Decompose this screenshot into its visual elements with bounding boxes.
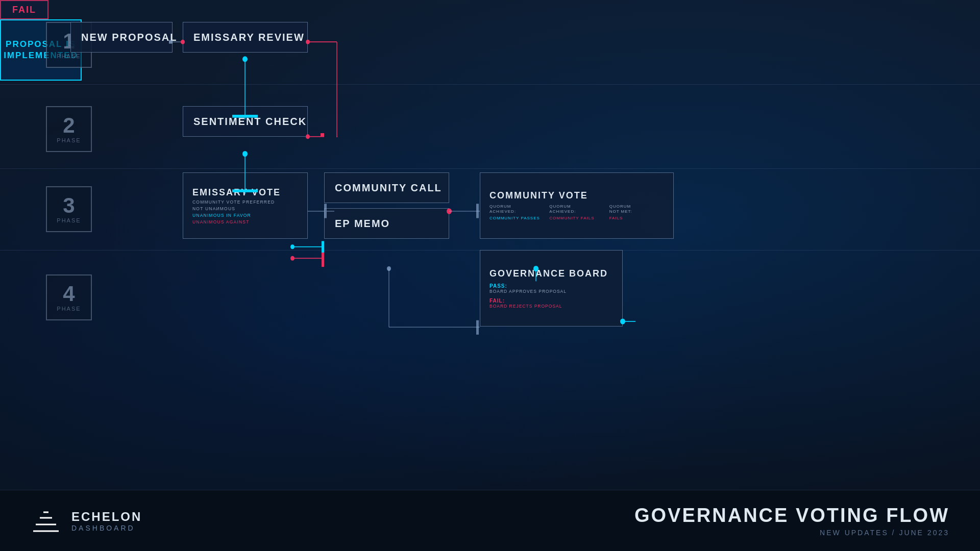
cv-col-3-sub: FAILS — [609, 216, 664, 221]
cv-col-3-title: QUORUMNOT MET: — [609, 204, 664, 215]
phase-label-2: PHASE — [57, 137, 81, 143]
ep-memo-label: EP MEMO — [335, 218, 438, 230]
svg-rect-25 — [476, 320, 479, 335]
phase-number-4: 4 — [63, 283, 75, 305]
svg-rect-28 — [322, 241, 324, 256]
footer-logo: ECHELON DASHBOARD — [31, 508, 142, 534]
svg-rect-32 — [322, 253, 324, 267]
phase-label-4: PHASE — [57, 306, 81, 312]
community-call-label: COMMUNITY CALL — [335, 182, 438, 194]
gb-pass-label: PASS: — [489, 283, 613, 289]
footer-sub-title: NEW UPDATES / JUNE 2023 — [634, 529, 949, 537]
footer-logo-sub: DASHBOARD — [71, 524, 142, 532]
phase-badge-4: 4 PHASE — [46, 274, 92, 320]
gb-fail-sub: BOARD REJECTS PROPOSAL — [489, 304, 613, 309]
cv-col-2: QUORUMACHIEVED: COMMUNITY FAILS — [549, 204, 604, 221]
footer: ECHELON DASHBOARD GOVERNANCE VOTING FLOW… — [0, 490, 980, 551]
phase-number-2: 2 — [63, 115, 75, 136]
emissary-vote-box: EMISSARY VOTE COMMUNITY VOTE PREFERRED N… — [183, 172, 308, 239]
cv-col-1-title: QUORUMACHIEVED: — [489, 204, 544, 215]
cv-col-2-title: QUORUMACHIEVED: — [549, 204, 604, 215]
phase-separator-2 — [0, 168, 980, 169]
ev-line-3: UNANIMOUS IN FAVOR — [192, 213, 298, 218]
footer-logo-name: ECHELON — [71, 510, 142, 524]
ev-line-4: UNANIMOUS AGAINST — [192, 219, 298, 224]
phase-badge-3: 3 PHASE — [46, 186, 92, 232]
main-content: 1 PHASE 2 PHASE 3 PHASE 4 PHASE NEW PROP… — [0, 0, 980, 551]
cv-col-3: QUORUMNOT MET: FAILS — [609, 204, 664, 221]
echelon-logo-icon — [31, 508, 61, 534]
governance-board-title: GOVERNANCE BOARD — [489, 268, 613, 279]
phase-label-3: PHASE — [57, 217, 81, 223]
emissary-review-box: EMISSARY REVIEW — [183, 22, 308, 53]
footer-title-block: GOVERNANCE VOTING FLOW NEW UPDATES / JUN… — [634, 505, 949, 537]
community-call-box: COMMUNITY CALL — [324, 172, 449, 203]
new-proposal-label: NEW PROPOSAL — [81, 32, 162, 43]
svg-point-27 — [290, 244, 295, 249]
new-proposal-box: NEW PROPOSAL — [70, 22, 173, 53]
emissary-review-label: EMISSARY REVIEW — [193, 32, 297, 43]
cv-col-1: QUORUMACHIEVED: COMMUNITY PASSES — [489, 204, 544, 221]
footer-main-title: GOVERNANCE VOTING FLOW — [634, 505, 949, 527]
ev-line-1: COMMUNITY VOTE PREFERRED — [192, 199, 298, 205]
community-vote-box: COMMUNITY VOTE QUORUMACHIEVED: COMMUNITY… — [480, 172, 674, 239]
svg-point-13 — [242, 151, 248, 157]
cv-col-2-sub: COMMUNITY FAILS — [549, 216, 604, 221]
cv-col-1-sub: COMMUNITY PASSES — [489, 216, 544, 221]
svg-point-31 — [290, 256, 295, 261]
phase-badge-2: 2 PHASE — [46, 106, 92, 152]
gb-fail-label: FAIL: — [489, 298, 613, 304]
phase-label-1: PHASE — [57, 53, 81, 59]
fail-badge-1: FAIL — [0, 0, 48, 19]
svg-rect-12 — [321, 133, 324, 137]
phase-separator-1 — [0, 84, 980, 85]
sentiment-check-label: SENTIMENT CHECK — [193, 116, 297, 128]
svg-point-6 — [242, 56, 248, 62]
community-vote-columns: QUORUMACHIEVED: COMMUNITY PASSES QUORUMA… — [489, 204, 664, 221]
phase-number-3: 3 — [63, 195, 75, 216]
community-vote-title: COMMUNITY VOTE — [489, 190, 664, 201]
emissary-vote-title: EMISSARY VOTE — [192, 187, 298, 198]
svg-rect-21 — [476, 204, 479, 218]
svg-point-22 — [387, 266, 391, 271]
gb-pass-sub: BOARD APPROVES PROPOSAL — [489, 289, 613, 294]
footer-logo-text: ECHELON DASHBOARD — [71, 510, 142, 532]
ep-memo-box: EP MEMO — [324, 208, 449, 239]
ev-line-2: NOT UNAИМOUS — [192, 206, 298, 211]
sentiment-check-box: SENTIMENT CHECK — [183, 106, 308, 137]
governance-board-box: GOVERNANCE BOARD PASS: BOARD APPROVES PR… — [480, 250, 623, 327]
fail-label-1: FAIL — [12, 5, 36, 15]
